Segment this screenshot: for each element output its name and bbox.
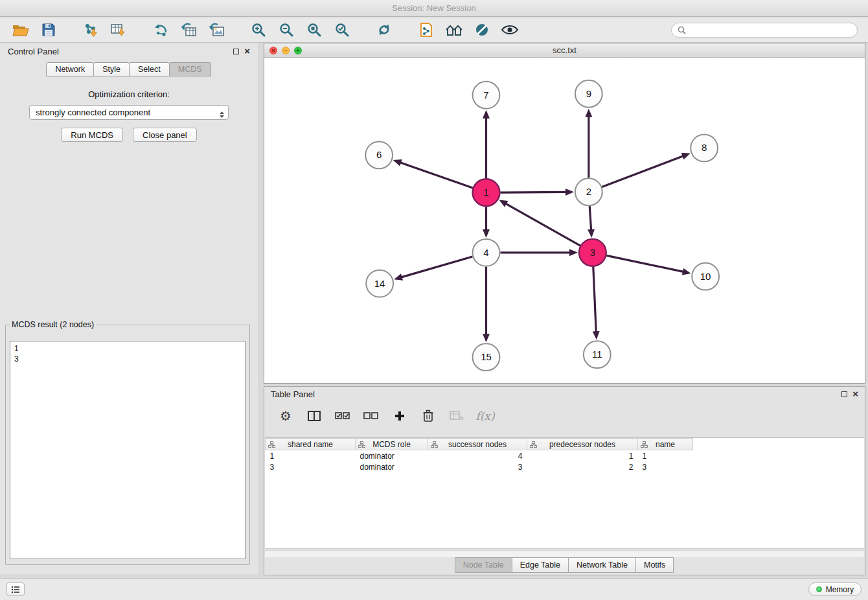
- table-row[interactable]: 1dominator411: [266, 450, 865, 462]
- tab-motifs[interactable]: Motifs: [635, 557, 674, 573]
- import-network-icon: [82, 22, 99, 38]
- zoom-fit-icon: [306, 22, 322, 38]
- close-table-panel-icon[interactable]: ×: [852, 390, 858, 398]
- paint-button[interactable]: [472, 19, 492, 40]
- new-table-button[interactable]: [178, 19, 199, 40]
- new-table-icon: [180, 22, 197, 38]
- search-field[interactable]: [671, 23, 858, 38]
- mcds-result-line: 1: [14, 343, 241, 354]
- unselect-all-columns-button[interactable]: [363, 408, 380, 424]
- close-panel-icon[interactable]: ×: [244, 47, 250, 55]
- tab-node-table[interactable]: Node Table: [455, 557, 512, 573]
- window-titlebar: Session: New Session: [0, 0, 868, 17]
- table-horizontal-scrollbar[interactable]: [265, 550, 864, 557]
- mcds-result-area: 13: [10, 341, 246, 559]
- graph-edge-3-10[interactable]: [606, 255, 684, 271]
- close-panel-button[interactable]: Close panel: [133, 128, 197, 142]
- tab-network-table[interactable]: Network Table: [568, 557, 636, 573]
- first-neighbors-button[interactable]: [416, 19, 437, 40]
- graph-edge-arrowhead: [483, 229, 490, 238]
- column-header-name[interactable]: name: [638, 439, 693, 450]
- show-hide-details-button[interactable]: [499, 19, 520, 40]
- maximize-network-button[interactable]: +: [294, 47, 302, 54]
- table-cell[interactable]: dominator: [356, 450, 428, 462]
- mcds-result-title: MCDS result (2 nodes): [10, 320, 96, 329]
- table-cell[interactable]: 4: [428, 450, 527, 462]
- column-header-mcds-role[interactable]: MCDS role: [356, 439, 428, 450]
- minimize-network-button[interactable]: –: [282, 47, 290, 54]
- column-header-shared-name[interactable]: shared name: [266, 439, 356, 450]
- graph-edge-1-6[interactable]: [400, 163, 473, 188]
- float-panel-icon[interactable]: [233, 49, 239, 54]
- table-panel: Table Panel × ⚙: [264, 386, 865, 575]
- delete-column-button[interactable]: [420, 408, 437, 424]
- zoom-fit-button[interactable]: [304, 19, 325, 40]
- table-cell[interactable]: 1: [638, 450, 693, 462]
- table-cell[interactable]: 2: [527, 461, 638, 472]
- import-table-from-file-button[interactable]: [108, 19, 129, 40]
- memory-button[interactable]: Memory: [808, 583, 862, 596]
- float-table-panel-icon[interactable]: [841, 391, 847, 397]
- add-column-button[interactable]: [391, 408, 408, 424]
- node-table: shared nameMCDS rolesuccessor nodesprede…: [265, 437, 864, 549]
- table-cell-filler: [693, 461, 865, 472]
- import-network-from-file-button[interactable]: [80, 19, 101, 40]
- graph-edge-2-3[interactable]: [589, 206, 591, 231]
- graph-edge-arrowhead: [569, 249, 578, 256]
- export-image-button[interactable]: [206, 19, 227, 40]
- zoom-in-button[interactable]: [248, 19, 269, 40]
- network-canvas[interactable]: 7968124314101511: [264, 58, 865, 383]
- show-columns-button[interactable]: [306, 408, 323, 424]
- open-session-button[interactable]: [10, 19, 31, 40]
- new-network-button[interactable]: [150, 19, 171, 40]
- eye-icon: [501, 23, 519, 36]
- trash-icon: [422, 410, 434, 422]
- tab-style[interactable]: Style: [93, 62, 130, 76]
- table-cell[interactable]: 1: [266, 450, 356, 462]
- graph-edge-3-1[interactable]: [505, 203, 580, 246]
- tab-network[interactable]: Network: [46, 62, 94, 76]
- memory-status-icon: [816, 586, 822, 592]
- table-delete-icon: [450, 410, 464, 422]
- column-header-predecessor-nodes[interactable]: predecessor nodes: [527, 439, 638, 450]
- refresh-button[interactable]: [374, 19, 394, 40]
- unchecked-boxes-icon: [363, 411, 379, 421]
- table-cell[interactable]: dominator: [356, 461, 428, 472]
- network-window-titlebar[interactable]: × – + scc.txt: [264, 43, 865, 58]
- column-header-successor-nodes[interactable]: successor nodes: [428, 439, 527, 450]
- window-controls: × – +: [269, 47, 302, 54]
- graph-edge-arrowhead: [593, 331, 600, 340]
- table-cell[interactable]: 3: [428, 461, 527, 472]
- graph-node-label: 6: [376, 149, 382, 160]
- optimization-dropdown[interactable]: strongly connected component: [29, 105, 229, 120]
- table-cell[interactable]: 3: [638, 461, 693, 472]
- table-cell[interactable]: 3: [266, 461, 356, 472]
- search-input[interactable]: [689, 25, 851, 36]
- close-network-button[interactable]: ×: [269, 47, 277, 54]
- mcds-result-box: MCDS result (2 nodes) 13: [5, 320, 250, 565]
- table-row[interactable]: 3dominator323: [266, 461, 865, 472]
- select-all-columns-button[interactable]: [334, 408, 351, 424]
- export-image-icon: [208, 22, 225, 38]
- graph-edge-4-14[interactable]: [401, 257, 473, 277]
- delete-table-button-disabled: [448, 408, 465, 424]
- table-cell[interactable]: 1: [527, 450, 638, 462]
- graph-edge-arrowhead: [682, 268, 691, 275]
- tab-mcds[interactable]: MCDS: [169, 62, 211, 76]
- save-session-button[interactable]: [38, 19, 59, 40]
- network-overview-button[interactable]: [444, 19, 464, 40]
- tab-edge-table[interactable]: Edge Table: [512, 557, 569, 573]
- graph-edge-arrowhead: [681, 153, 691, 159]
- graph-edge-1-2[interactable]: [500, 192, 567, 192]
- show-panels-button[interactable]: [6, 583, 25, 596]
- zoom-out-button[interactable]: [276, 19, 297, 40]
- zoom-selected-button[interactable]: [332, 19, 352, 40]
- optimization-dropdown-value: strongly connected component: [36, 108, 150, 117]
- run-mcds-button[interactable]: Run MCDS: [61, 128, 123, 142]
- tab-select[interactable]: Select: [129, 62, 170, 76]
- graph-node-label: 8: [702, 142, 707, 153]
- control-panel-title: Control Panel: [8, 47, 59, 56]
- table-settings-button[interactable]: ⚙: [277, 408, 294, 424]
- graph-edge-3-11[interactable]: [593, 267, 597, 333]
- graph-edge-2-8[interactable]: [602, 156, 683, 187]
